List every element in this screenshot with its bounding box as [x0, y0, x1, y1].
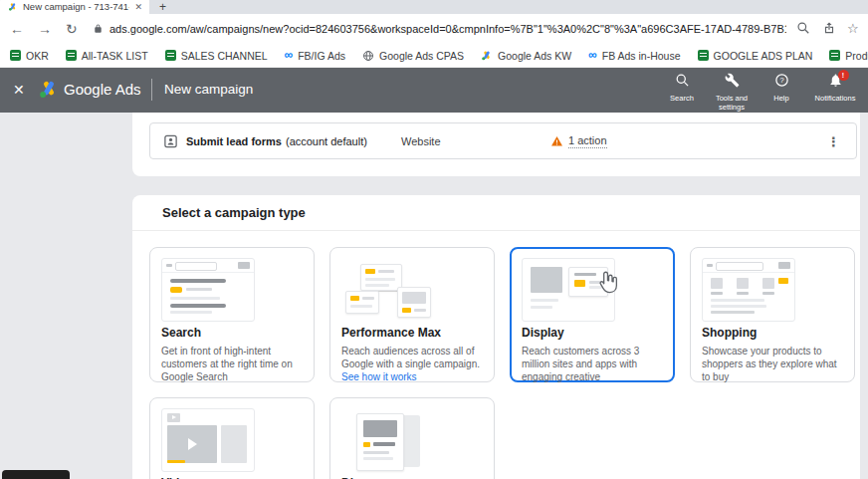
google-ads-icon — [481, 50, 493, 62]
campaign-card-shopping[interactable]: Shopping Showcase your products to shopp… — [690, 247, 855, 382]
meta-icon: ∞ — [285, 50, 294, 61]
bookmark-label: SALES CHANNEL — [181, 50, 268, 62]
bookmark-item[interactable]: Products Focused... — [829, 50, 868, 62]
new-tab-icon[interactable]: + — [159, 0, 166, 14]
card-description: Reach customers across 3 million sites a… — [522, 345, 663, 384]
share-icon[interactable] — [822, 21, 836, 35]
bookmark-label: GOOGLE ADS PLAN — [714, 50, 813, 62]
card-description: Showcase your products to shoppers as th… — [702, 345, 843, 384]
search-icon — [675, 73, 690, 88]
meta-icon: ∞ — [588, 50, 597, 61]
appbar-actions: Search Tools and settings ? Help ! Notif… — [657, 73, 864, 112]
bookmark-item[interactable]: SALES CHANNEL — [165, 50, 268, 62]
bookmark-item[interactable]: Google Ads CPAS — [362, 50, 464, 62]
shopping-illustration — [702, 258, 795, 322]
bookmark-label: Google Ads CPAS — [379, 50, 464, 62]
campaign-type-panel: Select a campaign type Search Get in — [132, 195, 860, 479]
performance-max-illustration — [341, 258, 435, 322]
google-ads-logo — [38, 79, 60, 101]
bookmark-label: OKR — [26, 50, 49, 62]
forward-icon[interactable]: → — [38, 20, 52, 38]
campaign-card-discovery[interactable]: Discovery — [329, 397, 495, 479]
campaign-card-search[interactable]: Search Get in front of high-intent custo… — [149, 247, 315, 382]
globe-icon — [362, 50, 374, 62]
campaign-cards: Search Get in front of high-intent custo… — [132, 231, 860, 479]
lead-form-suffix: (account default) — [286, 135, 367, 147]
overflow-menu-icon[interactable]: ⋮ — [827, 133, 840, 148]
discovery-illustration — [341, 408, 435, 472]
wrench-icon — [725, 73, 740, 88]
sheets-icon — [165, 50, 176, 61]
page-title: New campaign — [164, 82, 253, 97]
lead-form-icon — [163, 133, 178, 148]
campaign-card-performance-max[interactable]: Performance Max Reach audiences across a… — [329, 247, 495, 382]
see-how-it-works-link[interactable]: See how it works — [341, 371, 417, 382]
zoom-icon[interactable] — [796, 21, 810, 35]
video-overlay-box — [2, 470, 70, 479]
bookmark-item[interactable]: All-TASK LIST — [66, 50, 148, 62]
lead-form-channel: Website — [401, 135, 441, 147]
card-description: Get in front of high-intent customers at… — [161, 345, 303, 384]
bookmark-item[interactable]: ∞FB/IG Ads — [285, 50, 345, 62]
card-description-text: Reach audiences across all of Google wit… — [341, 346, 480, 369]
card-title: Performance Max — [341, 326, 483, 340]
google-ads-favicon — [8, 2, 18, 12]
section-title: Select a campaign type — [132, 195, 860, 231]
appbar-tools-button[interactable]: Tools and settings — [707, 73, 757, 112]
bookmark-item[interactable]: Google Ads KW — [481, 50, 571, 62]
brand-name: Google Ads — [64, 81, 141, 98]
divider — [151, 79, 152, 101]
address-input[interactable]: ads.google.com/aw/campaigns/new?ocid=824… — [109, 23, 786, 35]
appbar-action-label: Help — [757, 94, 806, 103]
bookmark-item[interactable]: OKR — [10, 50, 49, 62]
bookmarks-bar: OKR All-TASK LIST SALES CHANNEL ∞FB/IG A… — [0, 44, 868, 68]
lead-form-title: Submit lead forms (account default) — [186, 135, 367, 147]
campaign-card-display[interactable]: Display Reach customers across 3 million… — [510, 247, 675, 382]
action-link[interactable]: 1 action — [568, 134, 607, 148]
video-illustration — [161, 408, 255, 472]
bookmark-label: FB Ads in-House — [602, 50, 681, 62]
bookmark-star-icon[interactable]: ☆ — [847, 21, 859, 36]
appbar-help-button[interactable]: ? Help — [757, 73, 806, 112]
bookmark-item[interactable]: ∞FB Ads in-House — [588, 50, 680, 62]
appbar-search-button[interactable]: Search — [657, 73, 707, 112]
appbar-action-label: Search — [657, 94, 707, 103]
bookmark-label: All-TASK LIST — [82, 50, 148, 62]
svg-text:?: ? — [779, 76, 783, 85]
sheets-icon — [66, 50, 77, 61]
appbar-action-label: Tools and settings — [710, 94, 754, 112]
browser-tab-strip: New campaign - 713-741-7405 ✕ + — [0, 0, 868, 14]
bookmark-label: Google Ads KW — [498, 50, 571, 62]
back-icon[interactable]: ← — [10, 20, 24, 38]
sheets-icon — [829, 50, 840, 61]
mouse-cursor-hand — [595, 269, 621, 295]
card-title: Search — [161, 326, 303, 340]
url-bar: ← → ↻ ads.google.com/aw/campaigns/new?oc… — [0, 14, 868, 44]
browser-tab[interactable]: New campaign - 713-741-7405 ✕ — [0, 0, 149, 14]
lead-form-row[interactable]: Submit lead forms (account default) Webs… — [149, 122, 857, 159]
bookmark-item[interactable]: GOOGLE ADS PLAN — [698, 50, 813, 62]
lock-icon[interactable] — [93, 23, 104, 34]
card-title: Shopping — [702, 326, 843, 340]
sheets-icon — [698, 50, 709, 61]
help-icon: ? — [774, 73, 789, 88]
tab-close-icon[interactable]: ✕ — [134, 3, 142, 12]
appbar-notifications-button[interactable]: ! Notifications — [806, 73, 864, 112]
lead-form-name: Submit lead forms — [186, 135, 282, 147]
bookmark-label: Products Focused... — [845, 50, 868, 62]
card-description: Reach audiences across all of Google wit… — [341, 345, 483, 384]
card-title: Display — [522, 326, 663, 340]
lead-forms-panel: Submit lead forms (account default) Webs… — [132, 113, 860, 176]
sheets-icon — [10, 50, 21, 61]
bookmark-label: FB/IG Ads — [298, 50, 345, 62]
notification-badge: ! — [838, 70, 849, 81]
campaign-card-video[interactable]: Video — [149, 397, 315, 479]
appbar-action-label: Notifications — [806, 94, 864, 103]
warning-icon — [550, 135, 563, 147]
google-ads-appbar: ✕ Google Ads New campaign Search Tools a… — [0, 68, 868, 113]
screen: New campaign - 713-741-7405 ✕ + ← → ↻ ad… — [0, 0, 868, 479]
tab-title: New campaign - 713-741-7405 — [23, 1, 129, 12]
search-illustration — [161, 258, 255, 322]
close-icon[interactable]: ✕ — [13, 82, 25, 98]
reload-icon[interactable]: ↻ — [66, 20, 78, 38]
